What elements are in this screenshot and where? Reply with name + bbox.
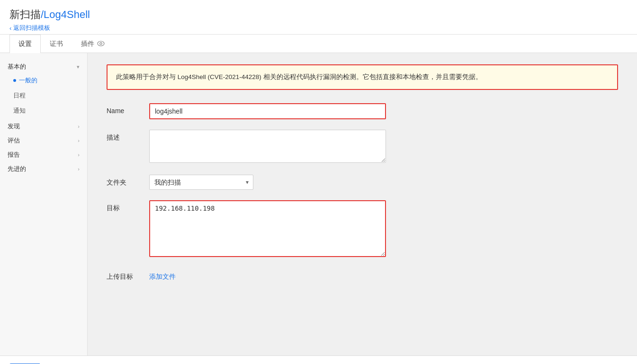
back-link[interactable]: ‹ 返回扫描模板 <box>9 24 50 32</box>
desc-textarea[interactable] <box>149 130 386 163</box>
upload-field-wrap: 添加文件 <box>149 269 386 281</box>
page-title: 新扫描/Log4Shell <box>9 8 628 22</box>
form-row-name: Name <box>107 103 618 119</box>
sidebar-group-basic[interactable]: 基本的 ▾ <box>0 59 87 73</box>
tab-plugin[interactable]: 插件 <box>72 35 114 53</box>
chevron-left-icon: ‹ <box>9 25 11 32</box>
chevron-down-icon: ▾ <box>77 64 80 70</box>
active-dot <box>13 79 16 82</box>
content-area: 此策略用于合并对与 Log4Shell (CVE-2021-44228) 相关的… <box>88 53 637 355</box>
tabs-bar: 设置 证书 插件 <box>0 35 637 53</box>
tab-settings[interactable]: 设置 <box>9 35 41 53</box>
form-row-upload: 上传目标 添加文件 <box>107 269 618 281</box>
sidebar-item-general[interactable]: 一般的 <box>0 73 87 88</box>
chevron-right-icon: › <box>78 124 80 129</box>
footer-bar: 保存 ▾ 取消 <box>0 355 637 364</box>
chevron-right-icon: › <box>78 138 80 143</box>
chevron-right-icon: › <box>78 166 80 172</box>
sidebar-item-notification[interactable]: 通知 <box>0 103 87 118</box>
desc-field-wrap <box>149 130 386 164</box>
svg-point-1 <box>100 42 102 44</box>
name-input[interactable] <box>149 103 386 119</box>
sidebar-group-report[interactable]: 报告 › <box>0 147 87 161</box>
sidebar-group-assessment[interactable]: 评估 › <box>0 133 87 147</box>
name-field-wrap <box>149 103 386 119</box>
form-row-desc: 描述 <box>107 130 618 164</box>
sidebar-item-schedule[interactable]: 日程 <box>0 88 87 103</box>
folder-select[interactable]: 我的扫描 扫描 <box>149 175 253 190</box>
svg-point-0 <box>98 41 104 46</box>
sidebar: 基本的 ▾ 一般的 日程 通知 发现 › 评估 › 报告 › 先进 <box>0 53 88 355</box>
eye-icon <box>97 41 105 48</box>
form-row-target: 目标 192.168.110.198 <box>107 200 618 258</box>
sidebar-group-discovery[interactable]: 发现 › <box>0 118 87 133</box>
folder-field-wrap: 我的扫描 扫描 ▾ <box>149 175 386 190</box>
page-header: 新扫描/Log4Shell ‹ 返回扫描模板 <box>0 0 637 35</box>
chevron-right-icon: › <box>78 152 80 158</box>
target-textarea[interactable]: 192.168.110.198 <box>149 200 386 257</box>
sidebar-group-advanced[interactable]: 先进的 › <box>0 161 87 175</box>
add-file-link[interactable]: 添加文件 <box>149 269 176 281</box>
info-banner: 此策略用于合并对与 Log4Shell (CVE-2021-44228) 相关的… <box>107 64 618 90</box>
upload-label: 上传目标 <box>107 269 149 281</box>
target-field-wrap: 192.168.110.198 <box>149 200 386 258</box>
main-layout: 基本的 ▾ 一般的 日程 通知 发现 › 评估 › 报告 › 先进 <box>0 53 637 355</box>
folder-label: 文件夹 <box>107 175 149 187</box>
desc-label: 描述 <box>107 130 149 142</box>
folder-select-wrap: 我的扫描 扫描 ▾ <box>149 175 253 190</box>
name-label: Name <box>107 103 149 115</box>
form-row-folder: 文件夹 我的扫描 扫描 ▾ <box>107 175 618 190</box>
tab-certificate[interactable]: 证书 <box>41 35 72 53</box>
target-label: 目标 <box>107 200 149 213</box>
